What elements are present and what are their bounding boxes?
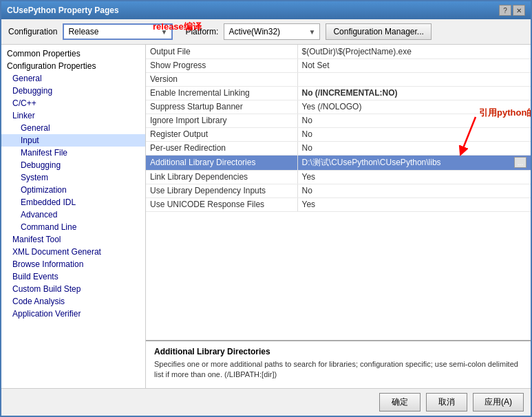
sidebar-item[interactable]: Input <box>1 134 145 147</box>
config-bar: Configuration Release ▼ Platform: Active… <box>1 19 531 45</box>
platform-dropdown-arrow: ▼ <box>309 28 316 36</box>
properties-pane: Output File$(OutDir)\$(ProjectName).exeS… <box>146 45 531 388</box>
help-button[interactable]: ? <box>499 5 511 16</box>
property-name: Link Library Dependencies <box>146 170 297 184</box>
ellipsis-button[interactable]: ... <box>514 157 526 168</box>
table-row[interactable]: Ignore Import LibraryNo <box>146 114 531 127</box>
sidebar-item[interactable]: Application Verifier <box>1 308 145 320</box>
bottom-bar: 确定 取消 应用(A) <box>1 388 531 416</box>
sidebar-item[interactable]: Embedded IDL <box>1 196 145 208</box>
main-window: CUsePython Property Pages ? ✕ release编译 … <box>0 0 532 417</box>
title-bar-buttons: ? ✕ <box>499 5 525 16</box>
table-row[interactable]: Show ProgressNot Set <box>146 58 531 72</box>
sidebar-item[interactable]: Debugging <box>1 85 145 97</box>
properties-table: Output File$(OutDir)\$(ProjectName).exeS… <box>146 45 531 340</box>
table-row[interactable]: Use Library Dependency InputsNo <box>146 184 531 197</box>
property-value: Yes <box>297 197 531 211</box>
apply-button[interactable]: 应用(A) <box>473 393 524 411</box>
property-value: No (/INCREMENTAL:NO) <box>297 86 531 100</box>
sidebar-item[interactable]: General <box>1 122 145 134</box>
table-row[interactable]: Use UNICODE Response FilesYes <box>146 197 531 211</box>
property-value: D:\测试\CUsePython\CUsePython\libs... <box>297 155 531 170</box>
sidebar-item[interactable]: Optimization <box>1 184 145 196</box>
property-value: Not Set <box>297 58 531 72</box>
table-row[interactable]: Per-user RedirectionNo <box>146 141 531 155</box>
property-value: No <box>297 127 531 141</box>
property-name: Enable Incremental Linking <box>146 86 297 100</box>
table-row[interactable]: Register OutputNo <box>146 127 531 141</box>
property-name: Additional Library Directories <box>146 155 297 170</box>
sidebar-item[interactable]: Browse Information <box>1 258 145 270</box>
property-value: No <box>297 141 531 155</box>
property-value: No <box>297 184 531 197</box>
config-label: Configuration <box>8 27 57 36</box>
description-title: Additional Library Directories <box>154 347 522 356</box>
description-pane: Additional Library Directories Specifies… <box>146 340 531 388</box>
sidebar-item[interactable]: XML Document Generat <box>1 246 145 258</box>
table-row[interactable]: Output File$(OutDir)\$(ProjectName).exe <box>146 45 531 58</box>
title-bar: CUsePython Property Pages ? ✕ <box>1 1 531 19</box>
window-title: CUsePython Property Pages <box>7 6 119 15</box>
sidebar-item[interactable]: Configuration Properties <box>1 60 145 72</box>
property-value: Yes <box>297 170 531 184</box>
table-row[interactable]: Link Library DependenciesYes <box>146 170 531 184</box>
property-name: Version <box>146 72 297 86</box>
property-name: Per-user Redirection <box>146 141 297 155</box>
sidebar-item[interactable]: C/C++ <box>1 97 145 109</box>
property-name: Suppress Startup Banner <box>146 100 297 114</box>
close-button[interactable]: ✕ <box>513 5 525 16</box>
property-value: Yes (/NOLOGO) <box>297 100 531 114</box>
sidebar-item[interactable]: Advanced <box>1 208 145 221</box>
sidebar: Common PropertiesConfiguration Propertie… <box>1 45 146 388</box>
sidebar-item[interactable]: Manifest Tool <box>1 233 145 246</box>
table-row[interactable]: Suppress Startup BannerYes (/NOLOGO) <box>146 100 531 114</box>
property-name: Ignore Import Library <box>146 114 297 127</box>
property-name: Show Progress <box>146 58 297 72</box>
sidebar-item[interactable]: Manifest File <box>1 147 145 159</box>
main-content: Common PropertiesConfiguration Propertie… <box>1 45 531 388</box>
sidebar-item[interactable]: Linker <box>1 109 145 122</box>
configuration-dropdown[interactable]: Release ▼ <box>63 23 173 40</box>
cancel-button[interactable]: 取消 <box>426 393 467 411</box>
sidebar-item[interactable]: Custom Build Step <box>1 283 145 295</box>
property-name: Use UNICODE Response Files <box>146 197 297 211</box>
sidebar-item[interactable]: Build Events <box>1 270 145 283</box>
sidebar-item[interactable]: Code Analysis <box>1 295 145 308</box>
sidebar-item[interactable]: Debugging <box>1 159 145 171</box>
table-row[interactable]: Additional Library DirectoriesD:\测试\CUse… <box>146 155 531 170</box>
platform-dropdown[interactable]: Active(Win32) ▼ <box>224 23 320 40</box>
config-manager-button[interactable]: Configuration Manager... <box>326 23 431 40</box>
sidebar-item[interactable]: Command Line <box>1 221 145 233</box>
config-value: Release <box>68 27 98 36</box>
property-name: Register Output <box>146 127 297 141</box>
table-row[interactable]: Enable Incremental LinkingNo (/INCREMENT… <box>146 86 531 100</box>
config-dropdown-arrow: ▼ <box>160 28 167 36</box>
property-value: $(OutDir)\$(ProjectName).exe <box>297 45 531 58</box>
sidebar-item[interactable]: Common Properties <box>1 47 145 60</box>
property-name: Output File <box>146 45 297 58</box>
property-value <box>297 72 531 86</box>
property-value: No <box>297 114 531 127</box>
property-name: Use Library Dependency Inputs <box>146 184 297 197</box>
ok-button[interactable]: 确定 <box>379 393 421 411</box>
table-row[interactable]: Version <box>146 72 531 86</box>
sidebar-item[interactable]: System <box>1 171 145 184</box>
properties-list: Output File$(OutDir)\$(ProjectName).exeS… <box>146 45 531 212</box>
platform-value: Active(Win32) <box>228 27 280 36</box>
description-text: Specifies one or more additional paths t… <box>154 359 522 381</box>
sidebar-item[interactable]: General <box>1 72 145 85</box>
platform-label: Platform: <box>185 27 218 36</box>
